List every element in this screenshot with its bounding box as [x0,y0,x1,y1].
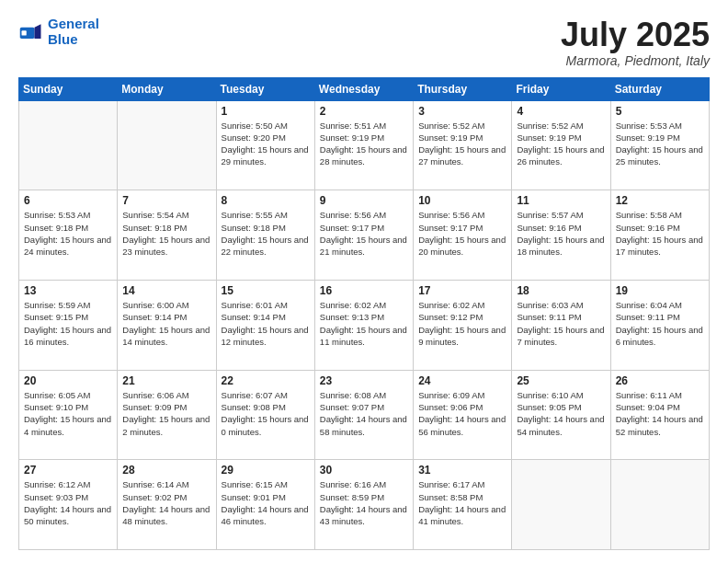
day-info: Sunrise: 6:03 AM Sunset: 9:11 PM Dayligh… [517,299,605,348]
table-row: 29 Sunrise: 6:15 AM Sunset: 9:01 PM Dayl… [216,460,314,550]
day-info: Sunrise: 6:16 AM Sunset: 8:59 PM Dayligh… [320,478,408,527]
day-info: Sunrise: 6:04 AM Sunset: 9:11 PM Dayligh… [616,299,704,348]
table-row: 1 Sunrise: 5:50 AM Sunset: 9:20 PM Dayli… [216,100,314,190]
table-row: 7 Sunrise: 5:54 AM Sunset: 9:18 PM Dayli… [118,190,216,281]
day-info: Sunrise: 5:53 AM Sunset: 9:18 PM Dayligh… [24,209,112,258]
header: General Blue July 2025 Marmora, Piedmont… [18,17,710,68]
table-row [118,100,216,190]
calendar-row: 1 Sunrise: 5:50 AM Sunset: 9:20 PM Dayli… [19,100,710,190]
table-row: 22 Sunrise: 6:07 AM Sunset: 9:08 PM Dayl… [216,370,314,460]
day-number: 5 [616,105,704,118]
logo-text: General Blue [48,17,99,47]
table-row: 3 Sunrise: 5:52 AM Sunset: 9:19 PM Dayli… [414,100,512,190]
day-number: 10 [418,194,506,207]
day-number: 3 [418,105,506,118]
table-row: 30 Sunrise: 6:16 AM Sunset: 8:59 PM Dayl… [314,460,413,550]
table-row: 11 Sunrise: 5:57 AM Sunset: 9:16 PM Dayl… [512,190,610,281]
calendar-table: Sunday Monday Tuesday Wednesday Thursday… [18,77,710,550]
day-info: Sunrise: 6:07 AM Sunset: 9:08 PM Dayligh… [222,389,310,438]
title-block: July 2025 Marmora, Piedmont, Italy [561,17,710,68]
table-row: 28 Sunrise: 6:14 AM Sunset: 9:02 PM Dayl… [118,460,216,550]
day-info: Sunrise: 5:56 AM Sunset: 9:17 PM Dayligh… [418,209,506,258]
day-number: 17 [418,284,506,297]
day-number: 31 [418,464,506,477]
subtitle: Marmora, Piedmont, Italy [561,53,710,68]
day-info: Sunrise: 6:02 AM Sunset: 9:12 PM Dayligh… [418,299,506,348]
calendar-row: 20 Sunrise: 6:05 AM Sunset: 9:10 PM Dayl… [19,370,710,460]
table-row: 27 Sunrise: 6:12 AM Sunset: 9:03 PM Dayl… [19,460,118,550]
day-number: 6 [24,194,112,207]
day-number: 4 [517,105,605,118]
logo-line1: General [48,16,99,31]
day-info: Sunrise: 6:06 AM Sunset: 9:09 PM Dayligh… [122,389,210,438]
table-row [512,460,610,550]
header-thursday: Thursday [414,77,512,100]
day-info: Sunrise: 6:17 AM Sunset: 8:58 PM Dayligh… [418,478,506,527]
header-monday: Monday [118,77,216,100]
logo: General Blue [18,17,99,47]
day-info: Sunrise: 5:56 AM Sunset: 9:17 PM Dayligh… [320,209,408,258]
table-row: 9 Sunrise: 5:56 AM Sunset: 9:17 PM Dayli… [314,190,413,281]
table-row: 6 Sunrise: 5:53 AM Sunset: 9:18 PM Dayli… [19,190,118,281]
day-number: 15 [222,284,310,297]
day-info: Sunrise: 6:12 AM Sunset: 9:03 PM Dayligh… [24,478,112,527]
day-number: 2 [320,105,408,118]
header-saturday: Saturday [610,77,709,100]
calendar-row: 6 Sunrise: 5:53 AM Sunset: 9:18 PM Dayli… [19,190,710,281]
table-row: 14 Sunrise: 6:00 AM Sunset: 9:14 PM Dayl… [118,280,216,370]
table-row: 13 Sunrise: 5:59 AM Sunset: 9:15 PM Dayl… [19,280,118,370]
day-number: 27 [24,464,112,477]
day-info: Sunrise: 6:10 AM Sunset: 9:05 PM Dayligh… [517,389,605,438]
day-number: 7 [122,194,210,207]
logo-icon [18,19,44,45]
table-row: 26 Sunrise: 6:11 AM Sunset: 9:04 PM Dayl… [610,370,709,460]
table-row: 16 Sunrise: 6:02 AM Sunset: 9:13 PM Dayl… [314,280,413,370]
table-row: 25 Sunrise: 6:10 AM Sunset: 9:05 PM Dayl… [512,370,610,460]
day-info: Sunrise: 5:53 AM Sunset: 9:19 PM Dayligh… [616,120,704,168]
header-tuesday: Tuesday [216,77,314,100]
day-info: Sunrise: 5:54 AM Sunset: 9:18 PM Dayligh… [122,209,210,258]
day-number: 28 [122,464,210,477]
table-row: 21 Sunrise: 6:06 AM Sunset: 9:09 PM Dayl… [118,370,216,460]
table-row: 12 Sunrise: 5:58 AM Sunset: 9:16 PM Dayl… [610,190,709,281]
day-info: Sunrise: 6:08 AM Sunset: 9:07 PM Dayligh… [320,389,408,438]
day-number: 14 [122,284,210,297]
day-number: 25 [517,374,605,387]
day-number: 30 [320,464,408,477]
day-number: 11 [517,194,605,207]
day-number: 19 [616,284,704,297]
day-number: 26 [616,374,704,387]
day-info: Sunrise: 5:59 AM Sunset: 9:15 PM Dayligh… [24,299,112,348]
day-info: Sunrise: 5:51 AM Sunset: 9:19 PM Dayligh… [320,120,408,168]
table-row: 2 Sunrise: 5:51 AM Sunset: 9:19 PM Dayli… [314,100,413,190]
day-info: Sunrise: 6:14 AM Sunset: 9:02 PM Dayligh… [122,478,210,527]
day-info: Sunrise: 6:09 AM Sunset: 9:06 PM Dayligh… [418,389,506,438]
table-row: 5 Sunrise: 5:53 AM Sunset: 9:19 PM Dayli… [610,100,709,190]
day-info: Sunrise: 6:15 AM Sunset: 9:01 PM Dayligh… [222,478,310,527]
day-info: Sunrise: 6:00 AM Sunset: 9:14 PM Dayligh… [122,299,210,348]
svg-marker-1 [35,24,41,39]
calendar-row: 27 Sunrise: 6:12 AM Sunset: 9:03 PM Dayl… [19,460,710,550]
table-row [610,460,709,550]
day-info: Sunrise: 6:11 AM Sunset: 9:04 PM Dayligh… [616,389,704,438]
table-row: 18 Sunrise: 6:03 AM Sunset: 9:11 PM Dayl… [512,280,610,370]
day-info: Sunrise: 5:57 AM Sunset: 9:16 PM Dayligh… [517,209,605,258]
svg-rect-2 [22,30,27,35]
day-info: Sunrise: 6:02 AM Sunset: 9:13 PM Dayligh… [320,299,408,348]
day-info: Sunrise: 6:05 AM Sunset: 9:10 PM Dayligh… [24,389,112,438]
table-row: 4 Sunrise: 5:52 AM Sunset: 9:19 PM Dayli… [512,100,610,190]
day-info: Sunrise: 5:58 AM Sunset: 9:16 PM Dayligh… [616,209,704,258]
table-row: 23 Sunrise: 6:08 AM Sunset: 9:07 PM Dayl… [314,370,413,460]
table-row: 17 Sunrise: 6:02 AM Sunset: 9:12 PM Dayl… [414,280,512,370]
day-number: 12 [616,194,704,207]
header-wednesday: Wednesday [314,77,413,100]
main-title: July 2025 [561,17,710,53]
table-row: 15 Sunrise: 6:01 AM Sunset: 9:14 PM Dayl… [216,280,314,370]
page: General Blue July 2025 Marmora, Piedmont… [0,0,728,563]
header-sunday: Sunday [19,77,118,100]
day-info: Sunrise: 5:50 AM Sunset: 9:20 PM Dayligh… [222,120,310,168]
table-row: 31 Sunrise: 6:17 AM Sunset: 8:58 PM Dayl… [414,460,512,550]
day-number: 8 [222,194,310,207]
table-row: 19 Sunrise: 6:04 AM Sunset: 9:11 PM Dayl… [610,280,709,370]
table-row: 10 Sunrise: 5:56 AM Sunset: 9:17 PM Dayl… [414,190,512,281]
